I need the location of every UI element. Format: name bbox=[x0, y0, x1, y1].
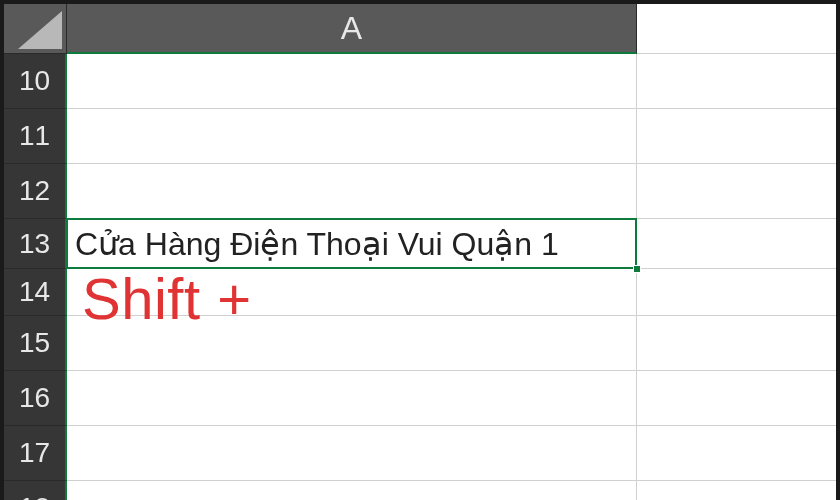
row-header-12[interactable]: 12 bbox=[4, 164, 67, 219]
spreadsheet: A 10 11 12 13 Cửa Hàng Điện Thoại Vui Qu… bbox=[4, 4, 836, 500]
cell-rest bbox=[637, 164, 836, 219]
cell-rest bbox=[637, 269, 836, 316]
cell-rest bbox=[637, 54, 836, 109]
cell-rest bbox=[637, 426, 836, 481]
row-header-15[interactable]: 15 bbox=[4, 316, 67, 371]
row: 17 bbox=[4, 426, 836, 481]
row: 11 bbox=[4, 109, 836, 164]
cell-rest bbox=[637, 219, 836, 269]
cell-rest bbox=[637, 316, 836, 371]
cell-a13[interactable]: Cửa Hàng Điện Thoại Vui Quận 1 bbox=[67, 219, 637, 269]
row-header-11[interactable]: 11 bbox=[4, 109, 67, 164]
select-all-icon bbox=[18, 11, 62, 49]
row-header-10[interactable]: 10 bbox=[4, 54, 67, 109]
cell-rest bbox=[637, 109, 836, 164]
cell-rest bbox=[637, 481, 836, 500]
column-header-rest bbox=[637, 4, 836, 54]
column-header-a[interactable]: A bbox=[67, 4, 637, 54]
cell-value: Cửa Hàng Điện Thoại Vui Quận 1 bbox=[75, 225, 559, 263]
rows-container: 10 11 12 13 Cửa Hàng Điện Thoại Vui Quận… bbox=[4, 54, 836, 500]
cell-a18[interactable] bbox=[67, 481, 637, 500]
cell-rest bbox=[637, 371, 836, 426]
cell-a15[interactable] bbox=[67, 316, 637, 371]
row: 10 bbox=[4, 54, 836, 109]
select-all-corner[interactable] bbox=[4, 4, 67, 54]
row-header-16[interactable]: 16 bbox=[4, 371, 67, 426]
cell-a11[interactable] bbox=[67, 109, 637, 164]
cell-a16[interactable] bbox=[67, 371, 637, 426]
cell-a10[interactable] bbox=[67, 54, 637, 109]
row-header-14[interactable]: 14 bbox=[4, 269, 67, 316]
row: 15 bbox=[4, 316, 836, 371]
row: 18 bbox=[4, 481, 836, 500]
row: 16 bbox=[4, 371, 836, 426]
cell-a14[interactable] bbox=[67, 269, 637, 316]
cell-a12[interactable] bbox=[67, 164, 637, 219]
row-header-17[interactable]: 17 bbox=[4, 426, 67, 481]
row-header-18[interactable]: 18 bbox=[4, 481, 67, 500]
row: 14 bbox=[4, 269, 836, 316]
cell-a17[interactable] bbox=[67, 426, 637, 481]
column-headers: A bbox=[67, 4, 836, 54]
row-header-13[interactable]: 13 bbox=[4, 219, 67, 269]
fill-handle[interactable] bbox=[633, 265, 641, 273]
row: 12 bbox=[4, 164, 836, 219]
row: 13 Cửa Hàng Điện Thoại Vui Quận 1 bbox=[4, 219, 836, 269]
